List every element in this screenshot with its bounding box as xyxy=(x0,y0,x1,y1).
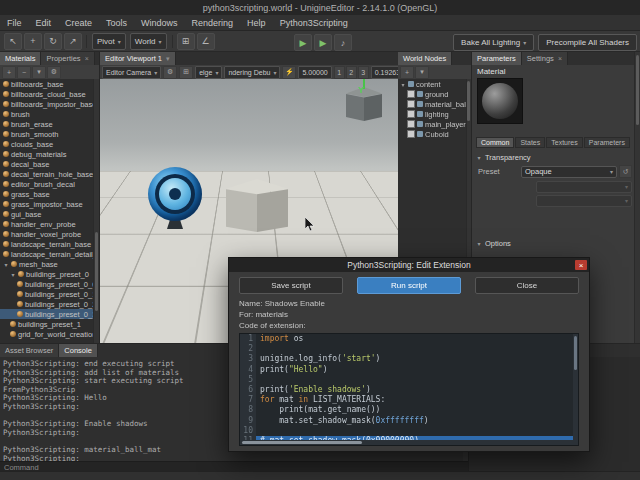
camera-speed-input[interactable]: 5.00000 xyxy=(298,66,331,79)
node-item[interactable]: ▾content xyxy=(398,79,467,89)
expander-icon[interactable]: ▾ xyxy=(3,261,9,268)
code-vscroll-thumb[interactable] xyxy=(574,336,577,370)
sound-icon[interactable]: ♪ xyxy=(334,34,352,51)
camera-slot-3[interactable]: 3 xyxy=(358,66,369,79)
menu-item-rendering[interactable]: Rendering xyxy=(185,15,241,30)
code-vertical-scrollbar[interactable] xyxy=(573,334,578,445)
bake-all-lighting-button[interactable]: Bake All Lighting ▾ xyxy=(453,34,534,51)
chevron-down-icon[interactable]: ▾ xyxy=(166,55,170,63)
materials-scrollbar[interactable] xyxy=(93,79,99,343)
code-line[interactable]: 10 xyxy=(240,426,578,436)
material-item[interactable]: decal_terrain_hole_base xyxy=(0,169,94,179)
preset-reset-icon[interactable]: ↺ xyxy=(619,165,632,178)
world-nodes-scrollbar-thumb[interactable] xyxy=(467,81,470,121)
node-item[interactable]: material_ball xyxy=(398,99,467,109)
node-filter-icon[interactable]: ▾ xyxy=(415,66,429,79)
material-item[interactable]: debug_materials xyxy=(0,149,94,159)
code-line[interactable]: 8 print(mat.get_name()) xyxy=(240,405,578,415)
save-script-button[interactable]: Save script xyxy=(239,277,343,294)
material-item[interactable]: billboards_cloud_base xyxy=(0,89,94,99)
camera-speed-icon[interactable]: ⚡ xyxy=(282,66,296,79)
material-item[interactable]: buildings_preset_1 xyxy=(0,319,94,329)
rendering-debug-dropdown[interactable]: ndering Debu ▾ xyxy=(224,66,280,79)
code-line[interactable]: 2 xyxy=(240,344,578,354)
world-space-dropdown[interactable]: World ▾ xyxy=(130,33,167,50)
material-item[interactable]: landscape_terrain_base xyxy=(0,239,94,249)
code-hscroll-thumb[interactable] xyxy=(242,441,362,444)
cuboid-object[interactable] xyxy=(226,179,290,237)
code-line[interactable]: 5 xyxy=(240,375,578,385)
menu-item-file[interactable]: File xyxy=(0,15,29,30)
options-section-header[interactable]: ▾ Options xyxy=(476,239,511,248)
expander-icon[interactable]: ▾ xyxy=(10,271,16,278)
expander-icon[interactable]: ▾ xyxy=(400,81,406,88)
expander-icon[interactable]: ▾ xyxy=(476,240,482,247)
subtab-common[interactable]: Common xyxy=(476,137,514,148)
pivot-dropdown[interactable]: Pivot ▾ xyxy=(92,33,126,50)
add-material-icon[interactable]: + xyxy=(2,66,16,79)
node-item[interactable]: ground xyxy=(398,89,467,99)
menu-item-python3scripting[interactable]: Python3Scripting xyxy=(273,15,355,30)
close-icon[interactable]: × xyxy=(558,55,562,62)
material-item[interactable]: buildings_preset_0_0 xyxy=(0,279,94,289)
viewport-gear-icon[interactable]: ⚙ xyxy=(163,66,177,79)
code-line[interactable]: 7for mat in LIST_MATERIALS: xyxy=(240,395,578,405)
menu-item-windows[interactable]: Windows xyxy=(134,15,185,30)
code-horizontal-scrollbar[interactable] xyxy=(240,440,573,445)
code-line[interactable]: 4print("Hello") xyxy=(240,365,578,375)
node-checkbox[interactable] xyxy=(407,130,415,138)
parameters-scrollbar[interactable] xyxy=(634,52,640,343)
precompile-all-shaders-button[interactable]: Precompile All Shaders xyxy=(538,34,637,51)
material-item[interactable]: brush_smooth xyxy=(0,129,94,139)
close-icon[interactable]: × xyxy=(85,55,89,62)
expander-icon[interactable]: ▾ xyxy=(476,154,482,161)
material-ball-object[interactable] xyxy=(146,167,204,231)
menu-item-tools[interactable]: Tools xyxy=(99,15,134,30)
code-line[interactable]: 3unigine.log_info('start') xyxy=(240,354,578,364)
node-checkbox[interactable] xyxy=(407,100,415,108)
reference-cube-object[interactable]: Y xyxy=(346,87,384,127)
code-editor[interactable]: 1import os23unigine.log_info('start')4pr… xyxy=(239,333,579,446)
tab-console[interactable]: Console xyxy=(59,344,98,357)
rotate-tool-icon[interactable]: ↻ xyxy=(44,33,62,50)
material-item[interactable]: buildings_preset_0_2 xyxy=(0,299,94,309)
tab-materials[interactable]: Materials xyxy=(0,52,41,65)
tab-editor-viewport-1[interactable]: Editor Viewport 1 ▾ xyxy=(100,52,176,65)
move-tool-icon[interactable]: + xyxy=(24,33,42,50)
tab-parameters[interactable]: Parameters xyxy=(472,52,522,65)
material-item[interactable]: ▾mesh_base xyxy=(0,259,94,269)
play-icon[interactable]: ▶ xyxy=(294,34,312,51)
close-button[interactable]: Close xyxy=(475,277,579,294)
material-item[interactable]: clouds_base xyxy=(0,139,94,149)
subtab-textures[interactable]: Textures xyxy=(546,137,582,148)
material-options-gear-icon[interactable]: ⚙ xyxy=(47,66,61,79)
material-item[interactable]: grid_for_world_creation xyxy=(0,329,94,339)
material-item[interactable]: grass_impostor_base xyxy=(0,199,94,209)
menu-item-help[interactable]: Help xyxy=(240,15,273,30)
material-item[interactable]: editor_brush_decal xyxy=(0,179,94,189)
node-item[interactable]: Cuboid xyxy=(398,129,467,139)
parameters-scrollbar-thumb[interactable] xyxy=(636,55,639,125)
select-tool-icon[interactable]: ↖ xyxy=(4,33,22,50)
code-line[interactable]: 1import os xyxy=(240,334,578,344)
subtab-parameters[interactable]: Parameters xyxy=(584,137,630,148)
material-item[interactable]: decal_base xyxy=(0,159,94,169)
dialog-close-icon[interactable]: × xyxy=(575,260,587,270)
material-preview[interactable] xyxy=(477,78,523,124)
tab-world-nodes[interactable]: World Nodes xyxy=(398,52,452,65)
viewport-grid-icon[interactable]: ⊞ xyxy=(179,66,193,79)
filter-dropdown-icon[interactable]: ▾ xyxy=(32,66,46,79)
material-item[interactable]: buildings_preset_0_3 xyxy=(0,309,94,319)
scale-tool-icon[interactable]: ↗ xyxy=(64,33,82,50)
material-item[interactable]: billboards_impostor_base xyxy=(0,99,94,109)
node-checkbox[interactable] xyxy=(407,120,415,128)
menu-item-edit[interactable]: Edit xyxy=(29,15,59,30)
titlebar[interactable]: python3scripting.world - UnigineEditor -… xyxy=(0,0,640,15)
add-node-icon[interactable]: + xyxy=(400,66,414,79)
code-line[interactable]: 6print('Enable shadows') xyxy=(240,385,578,395)
camera-slot-1[interactable]: 1 xyxy=(334,66,345,79)
node-item[interactable]: main_player xyxy=(398,119,467,129)
snap-grid-icon[interactable]: ⊞ xyxy=(177,33,195,50)
subtab-states[interactable]: States xyxy=(515,137,545,148)
run-script-button[interactable]: Run script xyxy=(357,277,461,294)
